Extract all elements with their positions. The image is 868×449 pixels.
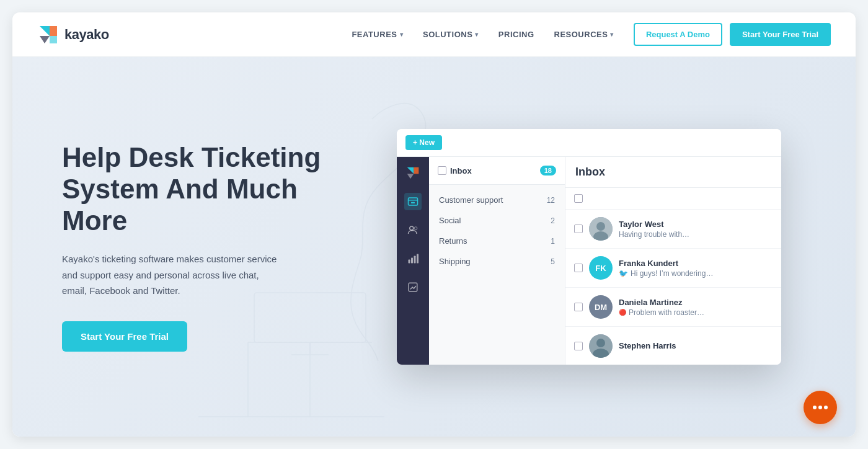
svg-marker-1 xyxy=(50,26,57,36)
avatar-stephen xyxy=(589,334,613,358)
hero-heading: Help Desk Ticketing System And Much More xyxy=(62,142,335,236)
sidebar-contacts-icon[interactable] xyxy=(404,221,422,239)
hero-section: Help Desk Ticketing System And Much More… xyxy=(12,57,856,437)
avatar-taylor xyxy=(589,217,613,241)
request-demo-button[interactable]: Request A Demo xyxy=(634,23,722,46)
folder-social[interactable]: Social 2 xyxy=(429,210,565,231)
conversation-item[interactable]: Stephen Harris xyxy=(565,327,781,365)
sidebar-logo[interactable] xyxy=(404,164,422,182)
svg-marker-0 xyxy=(40,26,50,36)
dot-3 xyxy=(824,406,828,409)
logo-area: kayako xyxy=(37,24,109,46)
svg-rect-21 xyxy=(417,254,418,264)
start-trial-button-hero[interactable]: Start Your Free Trial xyxy=(62,321,187,352)
svg-point-17 xyxy=(414,227,417,230)
chat-widget[interactable] xyxy=(804,391,837,424)
nav-resources[interactable]: RESOURCES ▾ xyxy=(554,30,614,39)
svg-point-16 xyxy=(410,226,414,230)
sidebar-inbox-icon[interactable] xyxy=(404,193,422,210)
mockup-body: Inbox 18 Customer support 12 Social xyxy=(397,157,781,365)
svg-point-27 xyxy=(596,339,605,347)
svg-rect-14 xyxy=(409,198,418,205)
conv-name-3: Stephen Harris xyxy=(619,341,773,350)
folder-customer-support[interactable]: Customer support 12 xyxy=(429,190,565,210)
mockup-topbar: + New xyxy=(397,129,781,157)
conv-name-2: Daniela Martinez xyxy=(619,298,773,307)
alert-icon: 🔴 xyxy=(619,309,626,316)
sidebar-logo-icon xyxy=(405,166,420,180)
select-all-row xyxy=(565,188,781,210)
svg-rect-15 xyxy=(411,202,415,203)
inbox-checkbox[interactable] xyxy=(438,166,446,175)
app-sidebar xyxy=(397,157,429,365)
conv-info-1: Franka Kundert 🐦 Hi guys! I’m wondering… xyxy=(619,259,773,278)
nav-pricing[interactable]: PRICING xyxy=(498,30,534,39)
conv-checkbox-1[interactable] xyxy=(574,264,583,272)
logo-icon xyxy=(37,24,60,46)
svg-marker-11 xyxy=(407,167,414,174)
folder-returns[interactable]: Returns 1 xyxy=(429,231,565,251)
nav-buttons: Request A Demo Start Your Free Trial xyxy=(634,23,831,46)
chevron-down-icon: ▾ xyxy=(610,31,614,38)
svg-rect-18 xyxy=(409,260,410,264)
conversation-list: Taylor West Having trouble with… xyxy=(565,210,781,365)
new-button[interactable]: + New xyxy=(405,135,442,150)
conv-checkbox-2[interactable] xyxy=(574,303,583,311)
inbox-header: Inbox 18 xyxy=(429,157,565,185)
dot-2 xyxy=(818,406,822,409)
conv-info-3: Stephen Harris xyxy=(619,341,773,352)
app-mockup: + New xyxy=(397,129,781,365)
conversation-item[interactable]: Taylor West Having trouble with… xyxy=(565,210,781,249)
conv-preview-0: Having trouble with… xyxy=(619,230,773,239)
hero-subtext: Kayako's ticketing software makes custom… xyxy=(62,251,285,299)
chevron-down-icon: ▾ xyxy=(475,31,479,38)
nav-solutions[interactable]: SOLUTIONS ▾ xyxy=(423,30,479,39)
folder-shipping[interactable]: Shipping 5 xyxy=(429,251,565,272)
start-trial-button-nav[interactable]: Start Your Free Trial xyxy=(730,23,831,46)
conv-preview-1: 🐦 Hi guys! I’m wondering… xyxy=(619,269,773,278)
avatar-daniela: DM xyxy=(589,295,613,319)
svg-marker-13 xyxy=(407,174,414,179)
conv-name-0: Taylor West xyxy=(619,220,773,229)
hero-right: + New xyxy=(372,129,806,365)
twitter-icon: 🐦 xyxy=(619,269,628,278)
conv-checkbox-0[interactable] xyxy=(574,225,583,233)
right-panel-title: Inbox xyxy=(565,157,781,188)
chat-dots xyxy=(813,406,828,409)
nav-features[interactable]: FEATURES ▾ xyxy=(352,30,403,39)
conversation-item[interactable]: FK Franka Kundert 🐦 Hi guys! I’m wonderi… xyxy=(565,249,781,288)
svg-rect-19 xyxy=(411,258,413,264)
svg-rect-20 xyxy=(414,256,416,264)
svg-marker-3 xyxy=(50,36,57,43)
conv-name-1: Franka Kundert xyxy=(619,259,773,268)
conv-checkbox-3[interactable] xyxy=(574,342,583,350)
sidebar-reports-icon[interactable] xyxy=(404,250,422,267)
avatar-franka: FK xyxy=(589,256,613,280)
navbar: kayako FEATURES ▾ SOLUTIONS ▾ PRICING RE… xyxy=(12,12,856,57)
folder-list: Customer support 12 Social 2 Returns 1 xyxy=(429,185,565,277)
conv-info-2: Daniela Martinez 🔴 Problem with roaster… xyxy=(619,298,773,317)
inbox-badge: 18 xyxy=(540,166,556,176)
middle-panel: Inbox 18 Customer support 12 Social xyxy=(429,157,565,365)
conv-preview-2: 🔴 Problem with roaster… xyxy=(619,308,773,317)
conv-info-0: Taylor West Having trouble with… xyxy=(619,220,773,239)
svg-point-24 xyxy=(596,222,605,231)
svg-marker-12 xyxy=(414,167,418,174)
svg-marker-2 xyxy=(40,36,50,43)
right-panel: Inbox xyxy=(565,157,781,365)
sidebar-analytics-icon[interactable] xyxy=(404,278,422,296)
logo-text: kayako xyxy=(64,27,109,43)
dot-1 xyxy=(813,406,817,409)
hero-left: Help Desk Ticketing System And Much More… xyxy=(62,142,335,351)
nav-links: FEATURES ▾ SOLUTIONS ▾ PRICING RESOURCES… xyxy=(352,30,613,39)
conversation-item[interactable]: DM Daniela Martinez 🔴 Problem with roast… xyxy=(565,288,781,327)
inbox-label: Inbox xyxy=(450,166,472,176)
chevron-down-icon: ▾ xyxy=(400,31,404,38)
select-all-checkbox[interactable] xyxy=(574,194,583,203)
